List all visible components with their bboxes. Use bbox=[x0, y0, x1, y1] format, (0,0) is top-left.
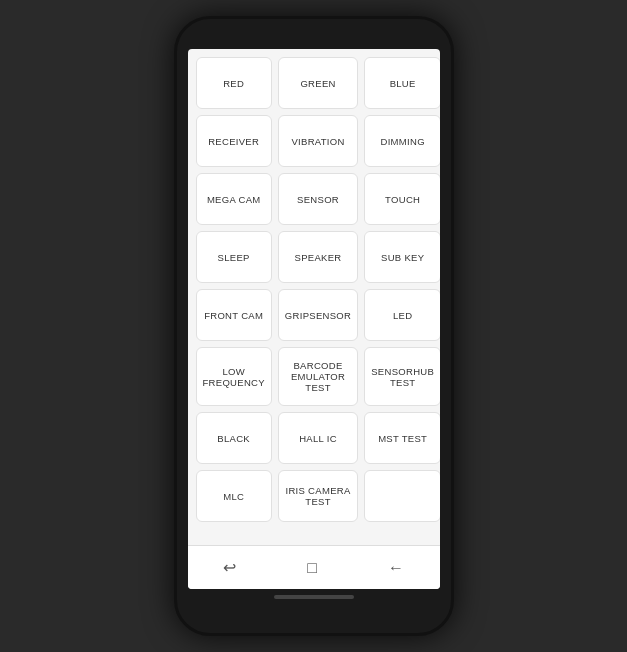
grid-item[interactable]: SLEEP bbox=[196, 231, 272, 283]
home-nav-icon[interactable]: □ bbox=[307, 559, 317, 577]
grid-item[interactable]: HALL IC bbox=[278, 412, 358, 464]
grid-item[interactable]: BLACK bbox=[196, 412, 272, 464]
grid-item[interactable]: MST TEST bbox=[364, 412, 439, 464]
grid-item[interactable]: LED bbox=[364, 289, 439, 341]
grid-item[interactable]: SENSORHUB TEST bbox=[364, 347, 439, 406]
grid-item[interactable]: RECEIVER bbox=[196, 115, 272, 167]
grid-item[interactable]: MEGA CAM bbox=[196, 173, 272, 225]
grid-item[interactable]: BARCODE EMULATOR TEST bbox=[278, 347, 358, 406]
grid-item[interactable]: TOUCH bbox=[364, 173, 439, 225]
grid-item[interactable]: GRIPSENSOR bbox=[278, 289, 358, 341]
back-nav-icon[interactable]: ↩ bbox=[223, 558, 236, 577]
grid-item[interactable]: FRONT CAM bbox=[196, 289, 272, 341]
grid-item[interactable] bbox=[364, 470, 439, 522]
grid-item[interactable]: BLUE bbox=[364, 57, 439, 109]
grid-item[interactable]: SPEAKER bbox=[278, 231, 358, 283]
phone-device: REDGREENBLUERECEIVERVIBRATIONDIMMINGMEGA… bbox=[174, 16, 454, 636]
grid-item[interactable]: DIMMING bbox=[364, 115, 439, 167]
grid-item[interactable]: SUB KEY bbox=[364, 231, 439, 283]
grid-item[interactable]: LOW FREQUENCY bbox=[196, 347, 272, 406]
grid-item[interactable]: IRIS CAMERA TEST bbox=[278, 470, 358, 522]
phone-bottom-bar bbox=[274, 595, 354, 599]
test-grid: REDGREENBLUERECEIVERVIBRATIONDIMMINGMEGA… bbox=[196, 57, 432, 522]
recent-nav-icon[interactable]: ← bbox=[388, 559, 404, 577]
grid-item[interactable]: VIBRATION bbox=[278, 115, 358, 167]
grid-item[interactable]: GREEN bbox=[278, 57, 358, 109]
grid-item[interactable]: MLC bbox=[196, 470, 272, 522]
navigation-bar: ↩ □ ← bbox=[188, 545, 440, 589]
grid-item[interactable]: RED bbox=[196, 57, 272, 109]
grid-item[interactable]: SENSOR bbox=[278, 173, 358, 225]
screen-content: REDGREENBLUERECEIVERVIBRATIONDIMMINGMEGA… bbox=[188, 49, 440, 545]
phone-screen: REDGREENBLUERECEIVERVIBRATIONDIMMINGMEGA… bbox=[188, 49, 440, 589]
